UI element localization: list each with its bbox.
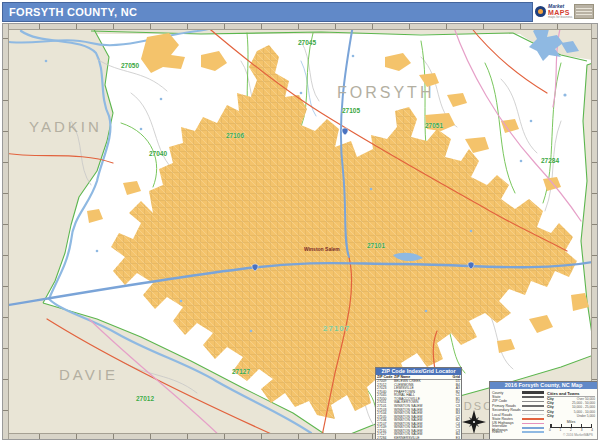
logo-address-badge xyxy=(574,4,594,19)
zip-label-27127: 27127 xyxy=(232,368,250,375)
legend-title: 2016 Forsyth County, NC Map xyxy=(490,382,597,389)
scale-ticks: 01234 xyxy=(549,428,593,432)
legend-swatch xyxy=(522,418,544,420)
logo-globe-icon xyxy=(535,6,546,17)
zip-label-27012: 27012 xyxy=(136,395,154,402)
zip-label-27045: 27045 xyxy=(298,39,316,46)
zip-label-27040: 27040 xyxy=(149,150,167,157)
zip-label-27106: 27106 xyxy=(226,132,244,139)
legend-city-row: City Under 5,000 xyxy=(547,414,595,418)
zip-label-27101: 27101 xyxy=(367,242,385,249)
legend-swatch xyxy=(522,414,544,415)
legend-city-rows: City Over 50,000 City 25,000 - 50,000 Ci… xyxy=(547,397,595,418)
grid-ruler-left xyxy=(3,24,9,440)
zip-label-27105: 27105 xyxy=(342,107,360,114)
county-label-davie: DAVIE xyxy=(59,366,118,383)
copyright-text: © 2016 MarketMAPS xyxy=(547,433,595,437)
publisher-logo: Market MAPS maps for business xyxy=(535,1,598,22)
zip-index-table: ZIP Code Index/Grid Locator ZIP Code ZIP… xyxy=(375,367,462,440)
zip-label-27050: 27050 xyxy=(121,62,139,69)
zip-index-title: ZIP Code Index/Grid Locator xyxy=(376,368,461,375)
legend-swatch xyxy=(522,431,544,433)
county-label-yadkin: YADKIN xyxy=(29,118,102,135)
legend-line-items: County State ZIP Code xyxy=(492,391,544,437)
zip-label-27284: 27284 xyxy=(541,157,559,164)
legend-swatch xyxy=(522,410,544,411)
logo-tagline: maps for business xyxy=(548,16,572,19)
legend-swatch xyxy=(522,396,544,398)
zip-index-rows: 27009 BELEWS CREEK D1 27012 CLEMMONS B4 … xyxy=(376,380,461,440)
page-title: FORSYTH COUNTY, NC xyxy=(2,2,533,22)
scale-bar: Miles 01234 xyxy=(547,420,595,432)
map-sheet: FORSYTH COUNTY, NC Market MAPS maps for … xyxy=(0,0,600,442)
table-row: 27284 KERNERSVILLE E3 xyxy=(376,437,461,440)
grid-ruler-right xyxy=(591,24,597,440)
county-label-forsyth: FORSYTH xyxy=(337,84,434,102)
legend-swatch xyxy=(522,423,544,425)
legend-swatch xyxy=(522,405,544,407)
zip-label-27051: 27051 xyxy=(425,122,443,129)
zip-label-27107: 27107 xyxy=(323,324,350,333)
grid-ruler-top xyxy=(3,24,598,30)
legend-cities-header: Cities and Towns xyxy=(547,391,595,397)
legend-swatch xyxy=(522,401,544,403)
map-canvas: YADKIN FORSYTH DAVIE DAVIDSON 27050 2704… xyxy=(2,23,598,440)
legend-swatch xyxy=(522,391,544,394)
map-legend: 2016 Forsyth County, NC Map County State xyxy=(489,381,598,440)
legend-swatch xyxy=(522,427,544,429)
city-label-winston-salem: Winston Salem xyxy=(304,246,340,252)
